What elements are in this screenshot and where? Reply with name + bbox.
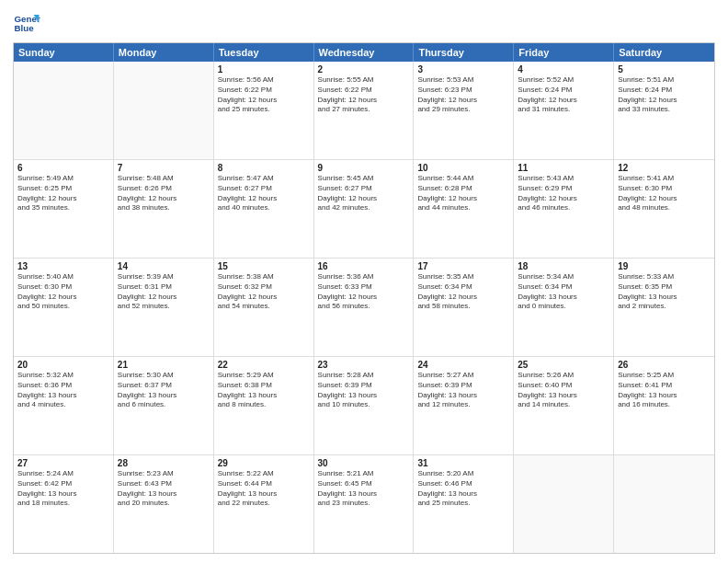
day-number: 15 [218,261,310,271]
calendar-cell: 7Sunrise: 5:48 AMSunset: 6:26 PMDaylight… [114,160,214,258]
calendar-row: 20Sunrise: 5:32 AMSunset: 6:36 PMDayligh… [14,357,714,455]
calendar-cell: 1Sunrise: 5:56 AMSunset: 6:22 PMDaylight… [214,62,314,159]
calendar-cell [14,62,114,159]
cell-details: Sunrise: 5:30 AMSunset: 6:37 PMDaylight:… [118,371,210,410]
calendar-cell: 25Sunrise: 5:26 AMSunset: 6:40 PMDayligh… [514,357,614,454]
day-number: 30 [318,458,410,468]
cell-details: Sunrise: 5:48 AMSunset: 6:26 PMDaylight:… [118,174,210,213]
day-number: 2 [318,64,410,75]
day-number: 5 [618,64,711,75]
cell-details: Sunrise: 5:29 AMSunset: 6:38 PMDaylight:… [218,371,310,410]
day-number: 18 [518,261,609,271]
day-header-monday: Monday [114,43,214,62]
day-number: 24 [417,360,509,370]
calendar-cell: 4Sunrise: 5:52 AMSunset: 6:24 PMDaylight… [514,62,614,159]
day-number: 26 [618,360,711,370]
calendar-cell [114,62,214,159]
calendar-cell: 5Sunrise: 5:51 AMSunset: 6:24 PMDaylight… [614,62,714,159]
logo: General Blue [13,9,40,37]
cell-details: Sunrise: 5:20 AMSunset: 6:46 PMDaylight:… [417,469,509,509]
calendar-cell: 6Sunrise: 5:49 AMSunset: 6:25 PMDaylight… [14,160,114,258]
day-number: 20 [17,360,109,370]
day-number: 4 [518,64,609,75]
cell-details: Sunrise: 5:23 AMSunset: 6:43 PMDaylight:… [118,469,210,509]
calendar-cell: 29Sunrise: 5:22 AMSunset: 6:44 PMDayligh… [214,455,314,553]
calendar-row: 13Sunrise: 5:40 AMSunset: 6:30 PMDayligh… [14,259,714,357]
day-number: 17 [417,261,509,271]
calendar-cell: 24Sunrise: 5:27 AMSunset: 6:39 PMDayligh… [414,357,514,454]
day-header-friday: Friday [514,43,614,62]
svg-text:Blue: Blue [15,23,35,33]
day-number: 3 [417,64,509,75]
calendar-body: 1Sunrise: 5:56 AMSunset: 6:22 PMDaylight… [14,62,714,553]
day-number: 13 [17,261,109,271]
calendar-cell: 18Sunrise: 5:34 AMSunset: 6:34 PMDayligh… [514,259,614,356]
day-number: 16 [318,261,410,271]
calendar-row: 6Sunrise: 5:49 AMSunset: 6:25 PMDaylight… [14,160,714,259]
day-header-tuesday: Tuesday [214,43,314,62]
calendar-cell: 21Sunrise: 5:30 AMSunset: 6:37 PMDayligh… [114,357,214,454]
day-number: 19 [618,261,711,271]
calendar: SundayMondayTuesdayWednesdayThursdayFrid… [13,42,715,554]
cell-details: Sunrise: 5:45 AMSunset: 6:27 PMDaylight:… [318,174,410,213]
cell-details: Sunrise: 5:41 AMSunset: 6:30 PMDaylight:… [618,174,711,213]
cell-details: Sunrise: 5:56 AMSunset: 6:22 PMDaylight:… [218,75,310,115]
day-number: 8 [218,163,310,173]
cell-details: Sunrise: 5:22 AMSunset: 6:44 PMDaylight:… [218,469,310,509]
calendar-cell: 10Sunrise: 5:44 AMSunset: 6:28 PMDayligh… [414,160,514,258]
day-number: 7 [118,163,210,173]
day-number: 6 [17,163,109,173]
calendar-cell: 3Sunrise: 5:53 AMSunset: 6:23 PMDaylight… [414,62,514,159]
calendar-cell: 31Sunrise: 5:20 AMSunset: 6:46 PMDayligh… [414,455,514,553]
cell-details: Sunrise: 5:27 AMSunset: 6:39 PMDaylight:… [417,371,509,410]
calendar-cell: 8Sunrise: 5:47 AMSunset: 6:27 PMDaylight… [214,160,314,258]
calendar-cell [614,455,714,553]
calendar-cell: 12Sunrise: 5:41 AMSunset: 6:30 PMDayligh… [614,160,714,258]
calendar-cell: 11Sunrise: 5:43 AMSunset: 6:29 PMDayligh… [514,160,614,258]
cell-details: Sunrise: 5:35 AMSunset: 6:34 PMDaylight:… [417,272,509,312]
day-header-sunday: Sunday [14,43,114,62]
calendar-row: 27Sunrise: 5:24 AMSunset: 6:42 PMDayligh… [14,455,714,553]
day-number: 31 [417,458,509,468]
cell-details: Sunrise: 5:55 AMSunset: 6:22 PMDaylight:… [318,75,410,115]
day-number: 10 [417,163,509,173]
day-header-saturday: Saturday [614,43,714,62]
day-number: 22 [218,360,310,370]
cell-details: Sunrise: 5:51 AMSunset: 6:24 PMDaylight:… [618,75,711,115]
cell-details: Sunrise: 5:25 AMSunset: 6:41 PMDaylight:… [618,371,711,410]
page: General Blue SundayMondayTuesdayWednesda… [0,0,728,563]
day-header-thursday: Thursday [414,43,514,62]
calendar-cell [514,455,614,553]
cell-details: Sunrise: 5:53 AMSunset: 6:23 PMDaylight:… [417,75,509,115]
day-header-wednesday: Wednesday [314,43,415,62]
cell-details: Sunrise: 5:44 AMSunset: 6:28 PMDaylight:… [417,174,509,213]
cell-details: Sunrise: 5:21 AMSunset: 6:45 PMDaylight:… [318,469,410,509]
day-number: 29 [218,458,310,468]
cell-details: Sunrise: 5:28 AMSunset: 6:39 PMDaylight:… [318,371,410,410]
calendar-cell: 19Sunrise: 5:33 AMSunset: 6:35 PMDayligh… [614,259,714,356]
calendar-cell: 27Sunrise: 5:24 AMSunset: 6:42 PMDayligh… [14,455,114,553]
calendar-cell: 17Sunrise: 5:35 AMSunset: 6:34 PMDayligh… [414,259,514,356]
day-number: 1 [218,64,310,75]
day-number: 9 [318,163,410,173]
day-number: 12 [618,163,711,173]
cell-details: Sunrise: 5:24 AMSunset: 6:42 PMDaylight:… [17,469,109,509]
calendar-cell: 28Sunrise: 5:23 AMSunset: 6:43 PMDayligh… [114,455,214,553]
cell-details: Sunrise: 5:52 AMSunset: 6:24 PMDaylight:… [518,75,609,115]
header: General Blue [13,9,715,37]
cell-details: Sunrise: 5:36 AMSunset: 6:33 PMDaylight:… [318,272,410,312]
day-number: 25 [518,360,609,370]
cell-details: Sunrise: 5:40 AMSunset: 6:30 PMDaylight:… [17,272,109,312]
calendar-cell: 23Sunrise: 5:28 AMSunset: 6:39 PMDayligh… [314,357,415,454]
cell-details: Sunrise: 5:38 AMSunset: 6:32 PMDaylight:… [218,272,310,312]
calendar-cell: 26Sunrise: 5:25 AMSunset: 6:41 PMDayligh… [614,357,714,454]
calendar-header: SundayMondayTuesdayWednesdayThursdayFrid… [14,43,714,62]
day-number: 27 [17,458,109,468]
calendar-cell: 9Sunrise: 5:45 AMSunset: 6:27 PMDaylight… [314,160,415,258]
day-number: 21 [118,360,210,370]
cell-details: Sunrise: 5:34 AMSunset: 6:34 PMDaylight:… [518,272,609,312]
calendar-cell: 13Sunrise: 5:40 AMSunset: 6:30 PMDayligh… [14,259,114,356]
calendar-cell: 16Sunrise: 5:36 AMSunset: 6:33 PMDayligh… [314,259,415,356]
calendar-cell: 14Sunrise: 5:39 AMSunset: 6:31 PMDayligh… [114,259,214,356]
calendar-cell: 2Sunrise: 5:55 AMSunset: 6:22 PMDaylight… [314,62,415,159]
